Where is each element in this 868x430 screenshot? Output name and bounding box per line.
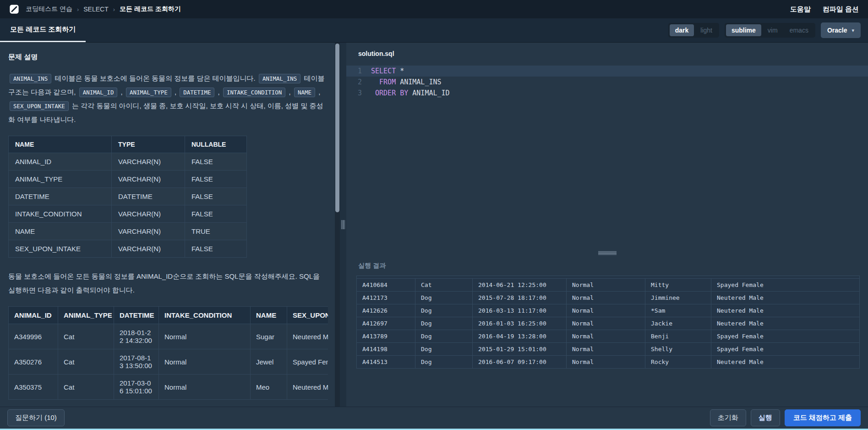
footer-bar: 질문하기 (10) 초기화 실행 코드 채점하고 제출 [0, 407, 868, 429]
table-cell: FALSE [185, 188, 247, 205]
table-cell: Jewel [251, 349, 287, 375]
table-cell: ANIMAL_ID [9, 153, 112, 171]
keymap-toggle: sublimevimemacs [725, 23, 815, 38]
code-token: ORDER [375, 89, 396, 97]
column-header: NAME [251, 307, 287, 324]
inline-code-chip: INTAKE_CONDITION [223, 88, 285, 97]
column-header: INTAKE_CONDITION [159, 307, 251, 324]
inline-code-chip: ANIMAL_TYPE [126, 88, 171, 97]
table-cell: Rocky [645, 356, 711, 369]
code-line: 3 ORDER BY ANIMAL_ID [346, 88, 868, 99]
example-header-row: ANIMAL_IDANIMAL_TYPEDATETIMEINTAKE_CONDI… [9, 307, 328, 324]
table-cell: Neutered Male [287, 324, 328, 349]
inline-code-chip: ANIMAL_INS [259, 74, 300, 83]
code-editor[interactable]: 1SELECT *2 FROM ANIMAL_INS3 ORDER BY ANI… [346, 66, 868, 250]
breadcrumb: 코딩테스트 연습 › SELECT › 모든 레코드 조회하기 [26, 5, 181, 13]
text-run: , [317, 88, 320, 96]
table-cell: 2016-04-19 13:28:00 [473, 330, 567, 343]
table-cell: DATETIME [112, 188, 185, 205]
tab-problem[interactable]: 모든 레코드 조회하기 [0, 18, 86, 42]
column-header: NAME [9, 136, 112, 153]
table-cell: A350276 [9, 349, 58, 375]
text-run: , [216, 88, 222, 96]
table-cell: A412173 [357, 292, 415, 304]
line-number: 1 [346, 66, 371, 77]
help-link[interactable]: 도움말 [790, 5, 811, 14]
code-token: SELECT [371, 67, 396, 75]
problem-scroll-region: 문제 설명 ANIMAL_INS 테이블은 동물 보호소에 들어온 동물의 정보… [0, 43, 340, 407]
table-cell: Neutered Male [287, 375, 328, 400]
editor-results-resizer[interactable] [346, 250, 868, 256]
programmers-logo-icon[interactable] [9, 4, 19, 14]
schema-header-row: NAMETYPENULLABLE [9, 136, 247, 153]
editor-header: solution.sql [346, 43, 868, 63]
table-row: A350276Cat2017-08-13 13:50:00NormalJewel… [9, 349, 328, 375]
toggle-dark[interactable]: dark [670, 24, 694, 36]
code-token: FROM [379, 78, 396, 86]
table-row: A414198Dog2015-01-29 15:01:00NormalShell… [357, 343, 860, 356]
table-cell: Dog [415, 330, 473, 343]
table-cell: A349996 [9, 324, 58, 349]
table-row: A412697Dog2016-01-03 16:25:00NormalJacki… [357, 317, 860, 330]
results-scroll-region[interactable]: A410684Cat2014-06-21 12:25:00NormalMitty… [356, 276, 860, 407]
panel-resizer[interactable] [340, 43, 346, 407]
language-select[interactable]: Oracle ▾ [821, 22, 861, 38]
reset-button[interactable]: 초기화 [710, 409, 746, 426]
table-cell: A410684 [357, 279, 415, 292]
table-cell: Meo [251, 375, 287, 400]
table-cell: FALSE [185, 205, 247, 223]
run-button[interactable]: 실행 [751, 409, 780, 426]
breadcrumb-item[interactable]: 코딩테스트 연습 [26, 5, 72, 13]
compile-options-link[interactable]: 컴파일 옵션 [823, 5, 859, 14]
table-row: A349996Cat2018-01-22 14:32:00NormalSugar… [9, 324, 328, 349]
example-table: ANIMAL_IDANIMAL_TYPEDATETIMEINTAKE_CONDI… [8, 306, 328, 400]
table-cell: Cat [415, 279, 473, 292]
column-header: SEX_UPON_INTAKE [287, 307, 328, 324]
table-cell: A412697 [357, 317, 415, 330]
code-token: ANIMAL_ID [408, 89, 449, 97]
toggle-sublime[interactable]: sublime [726, 24, 761, 36]
theme-toggle: darklight [668, 23, 719, 38]
page: { "topbar": { "breadcrumb": ["코딩테스트 연습",… [0, 0, 868, 430]
table-cell: 2017-08-13 13:50:00 [114, 349, 159, 375]
breadcrumb-item[interactable]: SELECT [83, 6, 108, 13]
table-cell: Sugar [251, 324, 287, 349]
table-cell: FALSE [185, 240, 247, 258]
table-cell: TRUE [185, 223, 247, 240]
table-cell: Benji [645, 330, 711, 343]
column-header: NULLABLE [185, 136, 247, 153]
table-cell: DATETIME [9, 188, 112, 205]
table-cell: Normal [567, 343, 645, 356]
topbar: 코딩테스트 연습 › SELECT › 모든 레코드 조회하기 도움말 컴파일 … [0, 0, 868, 18]
table-row: A410684Cat2014-06-21 12:25:00NormalMitty… [357, 279, 860, 292]
toggle-light[interactable]: light [695, 24, 718, 36]
table-cell: VARCHAR(N) [112, 240, 185, 258]
toggle-emacs[interactable]: emacs [784, 24, 814, 36]
submit-button[interactable]: 코드 채점하고 제출 [785, 409, 861, 426]
table-cell: Dog [415, 317, 473, 330]
table-cell: Spayed Female [711, 330, 860, 343]
main-area: 문제 설명 ANIMAL_INS 테이블은 동물 보호소에 들어온 동물의 정보… [0, 43, 868, 407]
table-cell: Neutered Male [711, 292, 860, 304]
table-cell: 2016-01-03 16:25:00 [473, 317, 567, 330]
code-token [371, 89, 375, 97]
problem-task: 동물 보호소에 들어온 모든 동물의 정보를 ANIMAL_ID순으로 조회하는… [8, 270, 328, 297]
table-cell: Normal [159, 324, 251, 349]
text-run: , [287, 88, 293, 96]
scrollbar-thumb[interactable] [335, 44, 339, 212]
table-row: SEX_UPON_INTAKEVARCHAR(N)FALSE [9, 240, 247, 258]
table-cell: Spayed Female [711, 279, 860, 292]
problem-scrollbar[interactable] [335, 43, 340, 407]
table-cell: Neutered Male [711, 317, 860, 330]
results-table: A410684Cat2014-06-21 12:25:00NormalMitty… [356, 278, 860, 369]
results-pane: 실행 결과 A410684Cat2014-06-21 12:25:00Norma… [346, 256, 868, 407]
line-number: 3 [346, 88, 371, 99]
code-token: * [396, 67, 404, 75]
table-cell: VARCHAR(N) [112, 171, 185, 188]
table-cell: Dog [415, 343, 473, 356]
text-run: , [119, 88, 125, 96]
ask-question-button[interactable]: 질문하기 (10) [7, 409, 65, 426]
toggle-vim[interactable]: vim [762, 24, 783, 36]
table-cell: 2016-06-07 09:17:00 [473, 356, 567, 369]
table-cell: VARCHAR(N) [112, 153, 185, 171]
